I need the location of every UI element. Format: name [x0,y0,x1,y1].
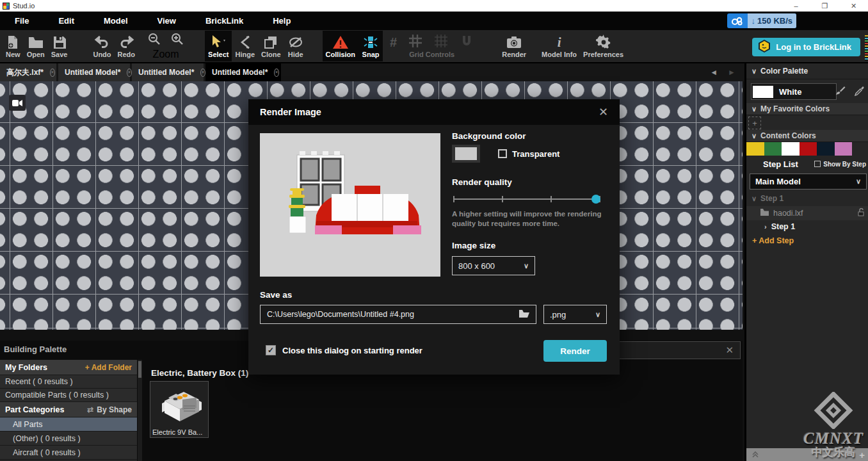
menu-bricklink[interactable]: BrickLink [191,16,258,26]
dialog-close-icon[interactable]: ✕ [599,105,608,119]
network-speed-badge[interactable]: ↓150 KB/s [727,13,796,28]
tab-untitled-2[interactable]: Untitled Model* ✕ [132,63,204,81]
download-arrow-icon: ↓ [751,16,756,26]
close-on-render-checkbox[interactable]: ✓ [266,345,276,355]
submodel-file-row[interactable]: haodi.lxf [746,206,868,220]
color-palette-header[interactable]: ∨ Color Palette [746,63,868,79]
color-swatch[interactable] [835,142,853,156]
hide-eye-icon [287,34,304,51]
select-tool-button[interactable]: Select [205,31,232,61]
current-color-swatch [753,86,773,98]
browse-folder-icon[interactable] [519,310,529,319]
transparent-option[interactable]: Transparent [498,149,559,159]
show-by-step-checkbox[interactable] [814,161,821,167]
hinge-tool-button[interactable]: Hinge [232,31,258,61]
select-cursor-icon [209,34,227,51]
eyedropper-icon[interactable] [854,86,864,98]
render-quality-slider[interactable] [453,193,600,205]
tab-scroll-left-icon[interactable]: ◄ [710,68,718,77]
search-clear-icon[interactable]: ✕ [725,344,734,356]
save-path-input[interactable]: C:\Users\lego\Documents\Untitled #4.png [260,305,536,324]
image-size-label: Image size [452,241,495,250]
background-color-swatch[interactable] [452,145,480,163]
add-step-button[interactable]: + Add Step [752,236,794,245]
current-color-selector[interactable]: White [751,83,837,100]
add-folder-button[interactable]: + Add Folder [85,363,132,372]
undo-button[interactable]: Undo [90,31,114,61]
category-all-parts[interactable]: All Parts [0,417,137,432]
step-list-header: Step List Show By Step [746,158,868,170]
category-compatible[interactable]: Compatible Parts ( 0 results ) [0,389,137,402]
clone-tool-button[interactable]: Clone [258,31,284,61]
render-tool-button[interactable]: Render [499,31,529,61]
category-recent[interactable]: Recent ( 0 results ) [0,375,137,389]
tab-close-icon[interactable]: ✕ [274,69,279,77]
render-submit-button[interactable]: Render [543,340,607,362]
category-aircraft[interactable]: Aircraft ( 0 results ) [0,446,137,460]
add-favorite-color-button[interactable]: + [748,117,761,129]
zoom-out-button[interactable] [147,32,161,49]
save-button[interactable]: Save [48,31,71,61]
redo-button[interactable]: Redo [115,31,139,61]
open-folder-icon [28,34,44,51]
favorite-colors-header[interactable]: ∨ My Favorite Colors [746,103,868,115]
color-swatch[interactable] [800,142,817,156]
transparent-checkbox[interactable] [498,149,507,158]
slider-thumb[interactable] [591,195,600,204]
menu-file[interactable]: File [0,16,44,26]
tab-untitled-1[interactable]: Untitled Model* ✕ [58,63,130,81]
substep-row[interactable]: › Step 1 [764,222,795,231]
tab-untitled-3-active[interactable]: Untitled Model* ✕ [205,63,281,81]
zoom-in-button[interactable] [170,32,184,49]
hinge-icon [237,34,253,51]
minimize-button[interactable]: – [782,0,810,12]
paint-brush-icon[interactable] [835,86,846,98]
snap-tool-button[interactable]: Snap [358,31,383,61]
collapse-all-icon[interactable] [751,450,759,460]
unlock-icon[interactable] [858,208,865,218]
open-button[interactable]: Open [24,31,48,61]
grid-hash-icon[interactable]: # [390,35,397,50]
grid-coarse-icon[interactable] [408,34,422,51]
app-window: Stud.io – ❐ ✕ File Edit Model View Brick… [0,0,868,461]
menu-model[interactable]: Model [89,16,143,26]
camera-view-button[interactable] [9,95,26,111]
category-other[interactable]: (Other) ( 0 results ) [0,432,137,446]
content-colors-header[interactable]: ∨ Content Colors [746,130,868,142]
part-categories-header[interactable]: Part Categories ⇄By Shape [0,402,137,417]
model-info-button[interactable]: i Model Info [538,31,580,61]
maximize-button[interactable]: ❐ [810,0,839,12]
file-extension-dropdown[interactable]: .png ∨ [543,305,607,324]
my-folders-header[interactable]: My Folders + Add Folder [0,360,137,375]
magnet-icon[interactable] [460,34,474,51]
close-on-render-option[interactable]: ✓ Close this dialog on starting render [266,345,422,355]
add-icon[interactable]: + [859,449,865,460]
login-bricklink-button[interactable]: Log in to BrickLink [752,38,860,56]
step-group-row[interactable]: ∨ Step 1 [751,194,784,203]
camera-icon [506,34,522,51]
show-by-step-toggle[interactable]: Show By Step [814,161,866,168]
preferences-button[interactable]: Preferences [580,31,627,61]
content-color-swatches [746,142,852,156]
category-scrollbar[interactable] [138,360,142,461]
right-panel: ∨ Color Palette White ∨ My Favorite Colo… [744,63,868,461]
menu-view[interactable]: View [143,16,191,26]
collision-tool-button[interactable]: Collision [323,31,358,61]
model-select-dropdown[interactable]: Main Model ∨ [750,174,867,190]
tab-golf[interactable]: 高尔夫.lxf* ✕ [0,63,56,81]
tab-scroll-right-icon[interactable]: ► [728,68,735,77]
new-button[interactable]: New [3,31,24,61]
tab-close-icon[interactable]: ✕ [50,69,55,77]
hide-tool-button[interactable]: Hide [284,31,307,61]
menu-edit[interactable]: Edit [44,16,89,26]
menu-help[interactable]: Help [258,16,305,26]
part-tile-battery-box[interactable]: Electric 9V Ba... [150,381,209,438]
color-swatch[interactable] [817,142,835,156]
image-size-dropdown[interactable]: 800 x 600 ∨ [452,256,535,275]
color-swatch[interactable] [746,142,764,156]
color-swatch[interactable] [764,142,782,156]
color-swatch[interactable] [782,142,800,156]
close-button[interactable]: ✕ [839,0,868,12]
grid-fine-icon[interactable] [434,34,448,51]
by-shape-toggle[interactable]: ⇄By Shape [87,405,132,414]
